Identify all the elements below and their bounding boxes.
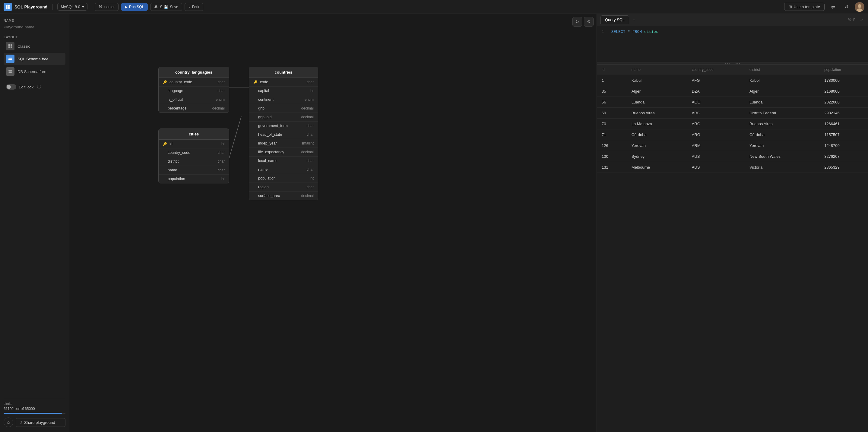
field-row-name: name char <box>249 165 318 174</box>
layout-db-schema[interactable]: DB Schema free <box>4 65 65 78</box>
name-section-label: Name <box>4 19 65 22</box>
expand-editor-button[interactable]: ⌘+F <box>846 17 857 23</box>
cell-population: 1266461 <box>819 119 868 129</box>
svg-rect-8 <box>10 44 12 46</box>
field-row-percentage: percentage decimal <box>159 104 229 113</box>
name-section: Name <box>4 19 65 30</box>
app-logo: SQL Playground <box>4 3 48 11</box>
cell-id: 69 <box>597 108 627 119</box>
table-row: 131MelbourneAUSVictoria2865329 <box>597 162 868 173</box>
layout-classic[interactable]: Classic <box>4 40 65 52</box>
sql-schema-icon <box>6 55 14 63</box>
table-row: 130SydneyAUSNew South Wales3276207 <box>597 151 868 162</box>
cell-country_code: DZA <box>687 86 745 97</box>
field-row-surface-area: surface_area decimal <box>249 191 318 200</box>
canvas-toolbar: ↻ ⚙ <box>572 17 593 27</box>
field-row-life-expectancy: life_expectancy decimal <box>249 148 318 157</box>
history-icon-button[interactable]: ↺ <box>841 2 851 12</box>
table-row: 56LuandaAGOLuanda2022000 <box>597 97 868 108</box>
share-icon: ⤴ <box>20 420 22 425</box>
topbar: SQL Playground MySQL 8.0 ▾ ⌘ + enter ▶ R… <box>0 0 868 14</box>
field-row-gnp-old: gnp_old decimal <box>249 113 318 122</box>
cell-id: 71 <box>597 129 627 140</box>
svg-rect-7 <box>8 44 10 46</box>
code-editor[interactable]: 1 SELECT * FROM cities <box>597 26 868 62</box>
emoji-button[interactable]: ☺ <box>4 418 13 427</box>
run-sql-button[interactable]: ▶ Run SQL <box>121 3 148 11</box>
playground-name-input[interactable] <box>4 24 65 30</box>
toggle-knob <box>7 85 11 89</box>
info-icon: ⓘ <box>37 84 41 90</box>
divider <box>52 4 53 10</box>
cell-country_code: AFG <box>687 75 745 86</box>
sql-schema-label: SQL Schema free <box>18 57 49 61</box>
cell-population: 1780000 <box>819 75 868 86</box>
results-table: id name country_code district population… <box>597 65 868 173</box>
cell-district: Córdoba <box>745 129 819 140</box>
cell-district: Buenos Aires <box>745 119 819 129</box>
layout-sql-schema[interactable]: SQL Schema free <box>4 53 65 65</box>
svg-rect-1 <box>8 5 10 7</box>
cell-id: 126 <box>597 140 627 151</box>
table-row: 35AlgerDZAAlger2168000 <box>597 86 868 97</box>
cell-name: Sydney <box>627 151 687 162</box>
use-template-button[interactable]: ⊞ Use a template <box>784 3 825 11</box>
svg-rect-2 <box>6 7 7 9</box>
svg-rect-12 <box>8 59 12 60</box>
cell-id: 56 <box>597 97 627 108</box>
add-tab-button[interactable]: + <box>630 16 638 24</box>
fork-icon: ⑂ <box>188 5 191 9</box>
maximize-button[interactable]: ⤢ <box>859 17 864 23</box>
cell-id: 130 <box>597 151 627 162</box>
cell-country_code: ARG <box>687 108 745 119</box>
fork-button[interactable]: ⑂ Fork <box>185 3 203 11</box>
refresh-canvas-button[interactable]: ↻ <box>572 17 582 27</box>
user-avatar[interactable] <box>855 2 864 12</box>
svg-rect-14 <box>8 71 12 73</box>
cell-district: Kabol <box>745 75 819 86</box>
shortcut-run-hint: ⌘ + enter <box>95 3 119 11</box>
cell-population: 3276207 <box>819 151 868 162</box>
cell-district: Victoria <box>745 162 819 173</box>
cell-country_code: ARG <box>687 129 745 140</box>
canvas-settings-button[interactable]: ⚙ <box>584 17 593 27</box>
sidebar: Name Layout Classic <box>0 14 69 432</box>
svg-rect-9 <box>8 47 10 48</box>
app-title: SQL Playground <box>14 4 48 9</box>
cell-name: Córdoba <box>627 129 687 140</box>
key-icon: 🔑 <box>253 80 257 84</box>
cell-name: La Matanza <box>627 119 687 129</box>
col-header-population: population <box>819 65 868 75</box>
field-row-indep-year: indep_year smallint <box>249 139 318 148</box>
cell-country_code: AGO <box>687 97 745 108</box>
cell-name: Buenos Aires <box>627 108 687 119</box>
share-playground-button[interactable]: ⤴ Share playground <box>16 418 65 427</box>
layout-section: Layout Classic <box>4 35 65 78</box>
key-icon: 🔑 <box>163 80 167 84</box>
cell-district: Alger <box>745 86 819 97</box>
tab-query-sql[interactable]: Query SQL <box>600 16 629 24</box>
cell-name: Kabul <box>627 75 687 86</box>
main-area: Name Layout Classic <box>0 14 868 432</box>
resize-dots-left <box>725 63 730 64</box>
settings-icon-button[interactable]: ⇄ <box>828 2 838 12</box>
db-schema-label: DB Schema free <box>18 69 46 74</box>
save-button[interactable]: ⌘+S 💾 Save <box>150 3 182 11</box>
chevron-down-icon: ▾ <box>82 4 84 9</box>
logo-icon <box>4 3 12 11</box>
connector-svg <box>69 14 596 432</box>
schema-canvas: ↻ ⚙ country_languagies 🔑 country_code ch… <box>69 14 596 432</box>
svg-rect-3 <box>8 7 10 9</box>
cell-id: 131 <box>597 162 627 173</box>
edit-lock-row: Edit lock ⓘ <box>4 83 65 91</box>
edit-lock-toggle[interactable] <box>6 84 16 90</box>
field-row-region: region char <box>249 183 318 191</box>
db-version-selector[interactable]: MySQL 8.0 ▾ <box>57 3 88 10</box>
cell-name: Melbourne <box>627 162 687 173</box>
resize-dots-right <box>736 63 740 64</box>
resize-handle[interactable] <box>597 62 868 65</box>
limits-progress-bar <box>4 413 65 414</box>
cell-country_code: AUS <box>687 151 745 162</box>
cell-country_code: ARG <box>687 119 745 129</box>
cell-population: 1248700 <box>819 140 868 151</box>
